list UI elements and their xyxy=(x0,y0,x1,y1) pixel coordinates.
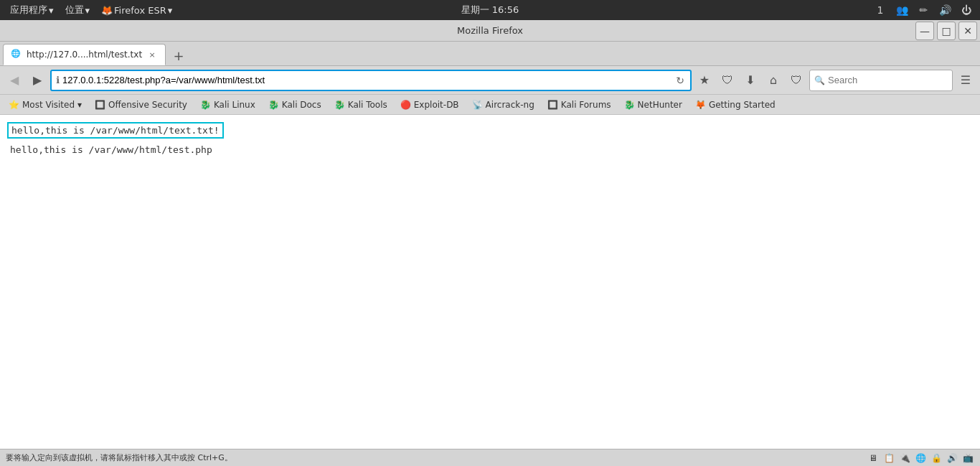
location-menu-label: 位置 xyxy=(65,4,84,17)
tab-title: http://127.0....html/test.txt xyxy=(27,50,142,60)
firefox-icon: 🦊 xyxy=(101,5,113,16)
reload-button[interactable]: ↻ xyxy=(674,73,686,88)
status-icon-6[interactable]: 🔊 xyxy=(946,452,958,465)
aircrack-ng-icon: 📡 xyxy=(472,100,483,110)
status-bar-right: 🖥 📋 🔌 🌐 🔒 🔊 📺 xyxy=(867,452,974,465)
workspace-indicator[interactable]: 1 xyxy=(872,2,888,18)
most-visited-arrow: ▾ xyxy=(77,100,82,110)
minimize-button[interactable]: — xyxy=(915,22,934,40)
maximize-button[interactable]: □ xyxy=(937,22,956,40)
kali-forums-icon: 🔲 xyxy=(547,100,558,110)
info-icon[interactable]: ℹ xyxy=(56,75,60,85)
tab-favicon: 🌐 xyxy=(11,49,22,60)
exploit-db-label: Exploit-DB xyxy=(414,100,459,110)
system-bar: 应用程序 ▾ 位置 ▾ 🦊 Firefox ESR ▾ 星期一 16:56 1 … xyxy=(0,0,980,20)
new-tab-button[interactable]: + xyxy=(169,45,189,65)
offensive-security-label: Offensive Security xyxy=(108,100,187,110)
kali-forums-label: Kali Forums xyxy=(561,100,611,110)
search-input[interactable] xyxy=(828,75,936,85)
getting-started-label: Getting Started xyxy=(709,100,776,110)
location-menu[interactable]: 位置 ▾ xyxy=(61,2,95,18)
bookmark-kali-tools[interactable]: 🐉 Kali Tools xyxy=(329,98,393,111)
bookmark-offensive-security[interactable]: 🔲 Offensive Security xyxy=(89,98,193,111)
status-bar: 要将输入定向到该虚拟机，请将鼠标指针移入其中或按 Ctrl+G。 🖥 📋 🔌 🌐… xyxy=(0,449,980,466)
download-button[interactable]: ⬇ xyxy=(740,70,760,90)
search-icon: 🔍 xyxy=(814,75,825,85)
status-message: 要将输入定向到该虚拟机，请将鼠标指针移入其中或按 Ctrl+G。 xyxy=(6,452,232,463)
getting-started-icon: 🦊 xyxy=(695,100,706,110)
most-visited-icon: ⭐ xyxy=(9,100,19,110)
volume-icon[interactable]: 🔊 xyxy=(937,2,953,18)
browser-title: Mozilla Firefox xyxy=(457,25,523,36)
forward-button[interactable]: ▶ xyxy=(27,70,47,90)
title-bar: Mozilla Firefox — □ ✕ xyxy=(0,20,980,42)
kali-linux-icon: 🐉 xyxy=(200,100,211,110)
firefox-menu-arrow: ▾ xyxy=(168,5,173,16)
system-datetime: 星期一 16:56 xyxy=(461,4,519,17)
power-icon[interactable]: ⏻ xyxy=(958,2,974,18)
pen-icon[interactable]: ✏️ xyxy=(915,2,931,18)
kali-linux-label: Kali Linux xyxy=(214,100,255,110)
highlighted-line: hello,this is /var/www/html/text.txt! xyxy=(7,122,224,139)
offensive-security-icon: 🔲 xyxy=(95,100,105,110)
firefox-menu-label: Firefox ESR xyxy=(114,5,166,16)
aircrack-ng-label: Aircrack-ng xyxy=(486,100,534,110)
bookmark-aircrack-ng[interactable]: 📡 Aircrack-ng xyxy=(466,98,540,111)
window-controls: — □ ✕ xyxy=(915,22,977,40)
page-content: hello,this is /var/www/html/text.txt! he… xyxy=(0,115,980,449)
status-icon-4[interactable]: 🌐 xyxy=(914,452,927,465)
status-icon-5[interactable]: 🔒 xyxy=(930,452,943,465)
address-input[interactable] xyxy=(62,75,672,85)
bookmark-kali-forums[interactable]: 🔲 Kali Forums xyxy=(542,98,617,111)
kali-tools-label: Kali Tools xyxy=(348,100,387,110)
status-icon-3[interactable]: 🔌 xyxy=(898,452,911,465)
identity-button[interactable]: 🛡 xyxy=(717,70,738,90)
back-button[interactable]: ◀ xyxy=(4,70,24,90)
kali-docs-label: Kali Docs xyxy=(282,100,321,110)
bookmark-kali-linux[interactable]: 🐉 Kali Linux xyxy=(194,98,261,111)
status-icon-7[interactable]: 📺 xyxy=(961,452,974,465)
normal-line: hello,this is /var/www/html/test.php xyxy=(7,143,973,157)
exploit-db-icon: 🔴 xyxy=(400,100,411,110)
kali-docs-icon: 🐉 xyxy=(268,100,279,110)
system-bar-right: 1 👥 ✏️ 🔊 ⏻ xyxy=(872,2,974,18)
bookmark-nethunter[interactable]: 🐉 NetHunter xyxy=(618,98,688,111)
firefox-menu[interactable]: 🦊 Firefox ESR ▾ xyxy=(97,4,176,17)
app-menu[interactable]: 应用程序 ▾ xyxy=(6,2,58,18)
location-menu-arrow: ▾ xyxy=(85,5,90,16)
browser-window: Mozilla Firefox — □ ✕ 🌐 http://127.0....… xyxy=(0,20,980,466)
close-button[interactable]: ✕ xyxy=(958,22,977,40)
nav-bar: ◀ ▶ ℹ ↻ ★ 🛡 ⬇ ⌂ 🛡 🔍 ☰ xyxy=(0,66,980,95)
hamburger-menu-button[interactable]: ☰ xyxy=(956,70,976,90)
kali-tools-icon: 🐉 xyxy=(334,100,345,110)
system-bar-left: 应用程序 ▾ 位置 ▾ 🦊 Firefox ESR ▾ xyxy=(6,2,176,18)
shield-button[interactable]: 🛡 xyxy=(786,70,806,90)
most-visited-label: Most Visited xyxy=(22,100,75,110)
tab-bar: 🌐 http://127.0....html/test.txt × + xyxy=(0,42,980,66)
app-menu-label: 应用程序 xyxy=(10,4,47,17)
search-bar-container: 🔍 xyxy=(809,70,953,91)
browser-tab[interactable]: 🌐 http://127.0....html/test.txt × xyxy=(3,44,166,65)
app-menu-arrow: ▾ xyxy=(49,5,54,16)
bookmark-kali-docs[interactable]: 🐉 Kali Docs xyxy=(263,98,327,111)
bookmark-exploit-db[interactable]: 🔴 Exploit-DB xyxy=(395,98,465,111)
address-bar-container: ℹ ↻ xyxy=(50,70,692,91)
bookmarks-bar: ⭐ Most Visited ▾ 🔲 Offensive Security 🐉 … xyxy=(0,95,980,115)
nethunter-label: NetHunter xyxy=(638,100,682,110)
bookmark-getting-started[interactable]: 🦊 Getting Started xyxy=(689,98,781,111)
status-icon-1[interactable]: 🖥 xyxy=(867,452,880,465)
home-button[interactable]: ⌂ xyxy=(763,70,783,90)
bookmark-most-visited[interactable]: ⭐ Most Visited ▾ xyxy=(3,98,88,111)
bookmark-star-button[interactable]: ★ xyxy=(694,70,715,90)
tab-close-button[interactable]: × xyxy=(146,49,158,60)
nethunter-icon: 🐉 xyxy=(624,100,635,110)
users-icon[interactable]: 👥 xyxy=(894,2,910,18)
status-icon-2[interactable]: 📋 xyxy=(882,452,895,465)
